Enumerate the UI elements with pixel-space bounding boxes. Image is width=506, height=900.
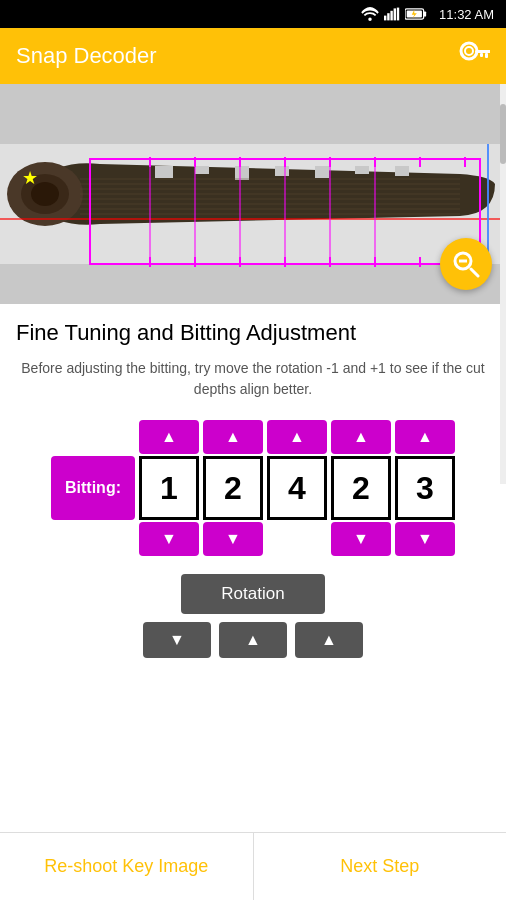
rotation-arrows: ▼ ▲ ▲ xyxy=(143,622,363,658)
battery-icon xyxy=(405,7,427,21)
svg-rect-20 xyxy=(235,166,249,180)
svg-rect-12 xyxy=(480,53,483,57)
svg-line-60 xyxy=(471,269,478,276)
bitting-down-4[interactable]: ▼ xyxy=(331,522,391,556)
bitting-down-5[interactable]: ▼ xyxy=(395,522,455,556)
bitting-value-4: 2 xyxy=(331,456,391,520)
bitting-down-2[interactable]: ▼ xyxy=(203,522,263,556)
svg-rect-22 xyxy=(315,166,329,178)
bitting-up-1[interactable]: ▲ xyxy=(139,420,199,454)
bitting-col-2: ▲ 2 ▼ xyxy=(203,420,263,556)
bitting-down-1[interactable]: ▼ xyxy=(139,522,199,556)
scrollbar[interactable] xyxy=(500,84,506,484)
svg-point-9 xyxy=(465,47,473,55)
bitting-col-1: ▲ 1 ▼ xyxy=(139,420,199,556)
bitting-up-5[interactable]: ▲ xyxy=(395,420,455,454)
bottom-nav: Re-shoot Key Image Next Step xyxy=(0,832,506,900)
svg-rect-3 xyxy=(394,8,396,20)
reshoot-button[interactable]: Re-shoot Key Image xyxy=(0,833,253,900)
bitting-col-3: ▲ 4 xyxy=(267,420,327,556)
svg-rect-21 xyxy=(275,166,289,176)
bitting-controls: ▲ 1 ▼ ▲ 2 ▼ ▲ 4 ▲ 2 ▼ xyxy=(139,420,455,556)
svg-rect-23 xyxy=(355,166,369,174)
svg-rect-4 xyxy=(397,8,399,21)
rotation-up-btn[interactable]: ▲ xyxy=(219,622,287,658)
instructions-text: Before adjusting the bitting, try move t… xyxy=(16,358,490,400)
svg-rect-0 xyxy=(384,16,386,21)
bitting-value-1: 1 xyxy=(139,456,199,520)
key-icon xyxy=(458,37,490,76)
svg-rect-10 xyxy=(475,50,490,53)
rotation-label-button[interactable]: Rotation xyxy=(181,574,324,614)
rotation-down-btn[interactable]: ▼ xyxy=(143,622,211,658)
main-content: Fine Tuning and Bitting Adjustment Befor… xyxy=(0,304,506,658)
next-step-button[interactable]: Next Step xyxy=(254,833,507,900)
signal-icon xyxy=(384,7,400,21)
bitting-value-3: 4 xyxy=(267,456,327,520)
svg-rect-19 xyxy=(195,166,209,174)
bitting-up-2[interactable]: ▲ xyxy=(203,420,263,454)
bitting-up-3[interactable]: ▲ xyxy=(267,420,327,454)
bitting-value-5: 3 xyxy=(395,456,455,520)
bitting-row: Bitting: ▲ 1 ▼ ▲ 2 ▼ ▲ 4 ▲ xyxy=(16,420,490,556)
bitting-up-4[interactable]: ▲ xyxy=(331,420,391,454)
svg-point-8 xyxy=(461,43,477,59)
svg-rect-1 xyxy=(387,13,389,20)
key-image-area: ★ xyxy=(0,84,506,304)
svg-text:★: ★ xyxy=(22,168,38,188)
bitting-value-2: 2 xyxy=(203,456,263,520)
zoom-icon xyxy=(452,250,480,278)
svg-rect-2 xyxy=(390,11,392,21)
wifi-icon xyxy=(361,7,379,21)
scrollbar-thumb[interactable] xyxy=(500,104,506,164)
section-title: Fine Tuning and Bitting Adjustment xyxy=(16,320,490,346)
rotation-section: Rotation ▼ ▲ ▲ xyxy=(16,574,490,658)
svg-rect-11 xyxy=(485,53,488,58)
key-image-svg: ★ xyxy=(0,84,506,304)
status-bar: 11:32 AM xyxy=(0,0,506,28)
bitting-label: Bitting: xyxy=(51,456,135,520)
bitting-col-4: ▲ 2 ▼ xyxy=(331,420,391,556)
svg-rect-24 xyxy=(395,166,409,176)
svg-rect-6 xyxy=(424,11,427,16)
zoom-button[interactable] xyxy=(440,238,492,290)
status-time: 11:32 AM xyxy=(439,7,494,22)
svg-rect-18 xyxy=(155,166,173,178)
status-icons xyxy=(361,7,427,21)
bitting-col-5: ▲ 3 ▼ xyxy=(395,420,455,556)
rotation-extra-btn[interactable]: ▲ xyxy=(295,622,363,658)
app-title: Snap Decoder xyxy=(16,43,157,69)
app-bar: Snap Decoder xyxy=(0,28,506,84)
